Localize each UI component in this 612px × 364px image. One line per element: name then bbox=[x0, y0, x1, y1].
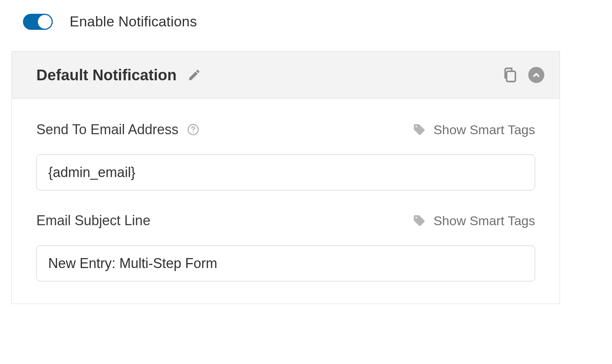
send-to-input[interactable] bbox=[36, 154, 535, 190]
enable-notifications-label: Enable Notifications bbox=[70, 14, 197, 30]
chevron-up-icon bbox=[532, 70, 541, 80]
tag-icon bbox=[413, 123, 426, 136]
duplicate-button[interactable] bbox=[501, 66, 519, 84]
send-to-help-button[interactable] bbox=[187, 123, 199, 136]
send-to-label: Send To Email Address bbox=[36, 122, 179, 138]
send-to-label-row: Send To Email Address bbox=[36, 122, 535, 138]
panel-header: Default Notification bbox=[12, 52, 560, 99]
copy-icon bbox=[501, 66, 519, 84]
panel-header-actions bbox=[501, 66, 544, 84]
subject-input[interactable] bbox=[36, 245, 535, 281]
collapse-button[interactable] bbox=[528, 67, 544, 83]
tag-icon bbox=[413, 214, 426, 227]
enable-notifications-toggle[interactable] bbox=[23, 14, 53, 30]
send-to-smart-tags-button[interactable]: Show Smart Tags bbox=[413, 122, 535, 137]
edit-title-button[interactable] bbox=[187, 68, 201, 82]
subject-smart-tags-button[interactable]: Show Smart Tags bbox=[413, 213, 535, 228]
send-to-smart-tags-label: Show Smart Tags bbox=[433, 122, 535, 137]
subject-label-row: Email Subject Line Show Smart Tags bbox=[36, 213, 535, 229]
send-to-field-group: Send To Email Address bbox=[36, 122, 535, 190]
notification-panel: Default Notification bbox=[11, 51, 560, 304]
subject-smart-tags-label: Show Smart Tags bbox=[433, 213, 535, 228]
pencil-icon bbox=[187, 68, 201, 82]
toggle-thumb bbox=[38, 15, 52, 29]
panel-title: Default Notification bbox=[36, 67, 177, 84]
subject-field-group: Email Subject Line Show Smart Tags bbox=[36, 213, 535, 281]
svg-point-1 bbox=[192, 132, 194, 133]
panel-body: Send To Email Address bbox=[12, 99, 560, 281]
help-icon bbox=[187, 123, 199, 136]
enable-notifications-row: Enable Notifications bbox=[23, 14, 598, 30]
subject-label: Email Subject Line bbox=[36, 213, 150, 229]
